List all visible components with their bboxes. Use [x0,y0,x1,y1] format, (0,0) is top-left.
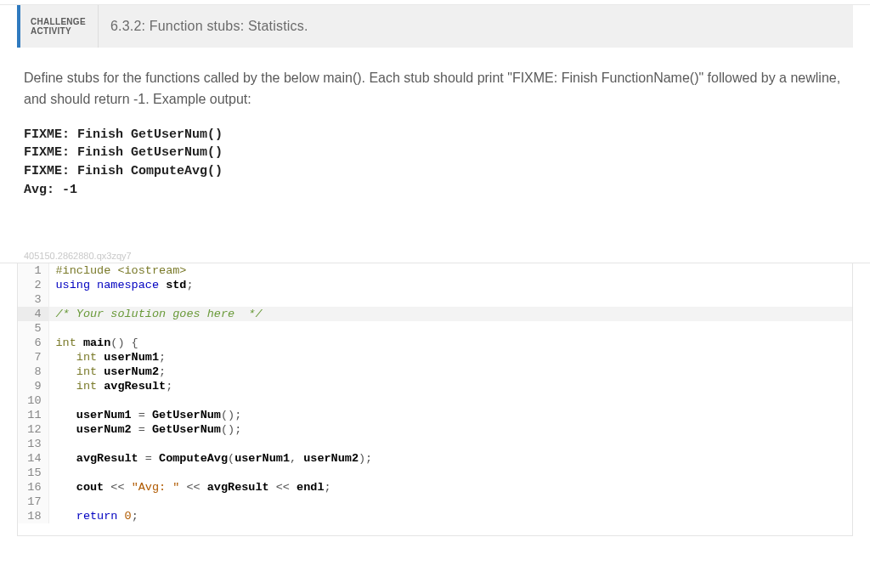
line-number: 3 [18,292,48,307]
line-content[interactable]: #include <iostream> [48,263,852,278]
line-number: 2 [18,278,48,292]
code-line[interactable]: 1#include <iostream> [18,263,852,278]
line-content[interactable] [48,292,852,307]
hash-label: 405150.2862880.qx3zqy7 [0,200,870,263]
code-line[interactable]: 11 userNum1 = GetUserNum(); [18,408,852,422]
line-number: 15 [18,466,48,480]
code-line[interactable]: 2using namespace std; [18,278,852,292]
line-number: 14 [18,451,48,466]
code-line[interactable]: 14 avgResult = ComputeAvg(userNum1, user… [18,451,852,466]
line-number: 11 [18,408,48,422]
line-number: 16 [18,480,48,495]
code-line[interactable]: 8 int userNum2; [18,365,852,379]
code-line[interactable]: 5 [18,321,852,336]
line-number: 17 [18,495,48,509]
line-content[interactable]: int main() { [48,336,852,350]
line-content[interactable]: return 0; [48,509,852,523]
line-content[interactable] [48,393,852,408]
code-line[interactable]: 13 [18,437,852,451]
line-number: 10 [18,393,48,408]
line-content[interactable]: int userNum1; [48,350,852,365]
challenge-header: CHALLENGE ACTIVITY 6.3.2: Function stubs… [17,5,853,48]
line-content[interactable] [48,466,852,480]
line-content[interactable]: int avgResult; [48,379,852,393]
code-line[interactable]: 4/* Your solution goes here */ [18,307,852,321]
line-number: 4 [18,307,48,321]
line-number: 6 [18,336,48,350]
line-number: 1 [18,263,48,278]
code-editor[interactable]: 1#include <iostream>2using namespace std… [17,263,853,536]
line-content[interactable]: /* Your solution goes here */ [48,307,852,321]
instructions-text: Define stubs for the functions called by… [0,48,870,110]
code-line[interactable]: 16 cout << "Avg: " << avgResult << endl; [18,480,852,495]
line-content[interactable]: userNum1 = GetUserNum(); [48,408,852,422]
line-number: 18 [18,509,48,523]
code-line[interactable]: 9 int avgResult; [18,379,852,393]
line-content[interactable]: userNum2 = GetUserNum(); [48,422,852,437]
line-number: 8 [18,365,48,379]
line-content[interactable] [48,495,852,509]
line-number: 9 [18,379,48,393]
code-line[interactable]: 12 userNum2 = GetUserNum(); [18,422,852,437]
code-scroll[interactable]: 1#include <iostream>2using namespace std… [18,263,852,535]
code-line[interactable]: 18 return 0; [18,509,852,523]
line-content[interactable]: cout << "Avg: " << avgResult << endl; [48,480,852,495]
line-content[interactable]: using namespace std; [48,278,852,292]
code-line[interactable]: 3 [18,292,852,307]
example-output: FIXME: Finish GetUserNum() FIXME: Finish… [0,110,870,200]
line-content[interactable]: int userNum2; [48,365,852,379]
line-number: 7 [18,350,48,365]
line-content[interactable]: avgResult = ComputeAvg(userNum1, userNum… [48,451,852,466]
code-table: 1#include <iostream>2using namespace std… [18,263,852,523]
challenge-badge: CHALLENGE ACTIVITY [20,5,99,48]
challenge-title: 6.3.2: Function stubs: Statistics. [99,5,320,48]
line-content[interactable] [48,321,852,336]
page-root: CHALLENGE ACTIVITY 6.3.2: Function stubs… [0,0,870,536]
badge-line-1: CHALLENGE [31,17,86,26]
code-line[interactable]: 10 [18,393,852,408]
line-number: 13 [18,437,48,451]
code-line[interactable]: 17 [18,495,852,509]
line-number: 12 [18,422,48,437]
badge-line-2: ACTIVITY [31,26,86,36]
code-line[interactable]: 6int main() { [18,336,852,350]
code-line[interactable]: 15 [18,466,852,480]
line-content[interactable] [48,437,852,451]
code-line[interactable]: 7 int userNum1; [18,350,852,365]
line-number: 5 [18,321,48,336]
